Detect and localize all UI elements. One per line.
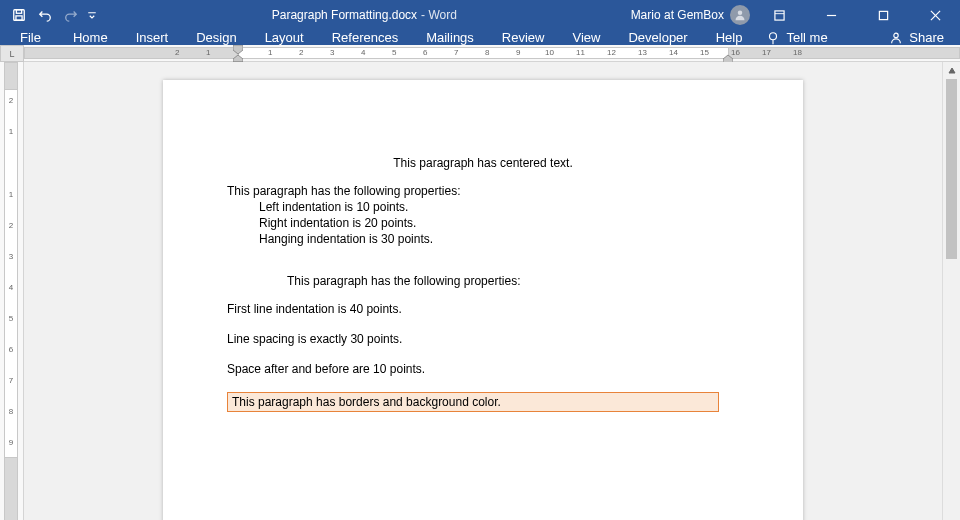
qat-dropdown-icon[interactable] bbox=[86, 4, 98, 26]
tab-mailings[interactable]: Mailings bbox=[412, 30, 488, 45]
undo-icon[interactable] bbox=[34, 4, 56, 26]
vertical-scrollbar[interactable] bbox=[942, 62, 960, 520]
paragraph-left-indent[interactable]: Left indentation is 10 points. bbox=[259, 200, 739, 214]
v-ruler-num: 4 bbox=[6, 283, 16, 292]
tab-design[interactable]: Design bbox=[182, 30, 250, 45]
tab-selector[interactable]: L bbox=[0, 45, 24, 62]
svg-point-3 bbox=[738, 11, 743, 16]
user-name[interactable]: Mario at GemBox bbox=[631, 8, 724, 22]
h-ruler-num: 12 bbox=[607, 48, 616, 57]
close-icon[interactable] bbox=[912, 0, 958, 30]
h-ruler-num: 6 bbox=[423, 48, 427, 57]
document-name: Paragraph Formatting.docx bbox=[272, 8, 417, 22]
tab-insert[interactable]: Insert bbox=[122, 30, 183, 45]
h-ruler-num: 14 bbox=[669, 48, 678, 57]
titlebar: Paragraph Formatting.docx - Word Mario a… bbox=[0, 0, 960, 30]
page-wrapper: This paragraph has centered text. This p… bbox=[24, 62, 942, 520]
paragraph-hanging-indent[interactable]: Hanging indentation is 30 points. bbox=[259, 232, 739, 246]
maximize-icon[interactable] bbox=[860, 0, 906, 30]
v-ruler-num: 8 bbox=[6, 407, 16, 416]
v-ruler-num: 9 bbox=[6, 438, 16, 447]
vertical-ruler[interactable]: 2 1 1 2 3 4 5 6 7 8 9 10 bbox=[0, 62, 24, 520]
titlebar-right: Mario at GemBox bbox=[631, 0, 960, 30]
h-ruler-num: 8 bbox=[485, 48, 489, 57]
h-ruler-num: 11 bbox=[576, 48, 585, 57]
tell-me-search[interactable]: Tell me bbox=[756, 30, 837, 45]
right-column: 2 1 1 2 3 4 5 6 7 8 9 10 11 12 13 14 15 … bbox=[24, 45, 960, 520]
v-ruler-num: 7 bbox=[6, 376, 16, 385]
v-ruler-num: 5 bbox=[6, 314, 16, 323]
h-ruler-num: 1 bbox=[268, 48, 272, 57]
v-ruler-num: 2 bbox=[6, 96, 16, 105]
tab-view[interactable]: View bbox=[558, 30, 614, 45]
tell-me-label: Tell me bbox=[786, 30, 827, 45]
document-viewport: This paragraph has centered text. This p… bbox=[24, 62, 960, 520]
svg-rect-2 bbox=[16, 16, 22, 20]
h-ruler-num: 2 bbox=[299, 48, 303, 57]
h-ruler-num: 18 bbox=[793, 48, 802, 57]
quick-access-toolbar bbox=[0, 4, 98, 26]
h-ruler-num: 5 bbox=[392, 48, 396, 57]
paragraph-right-indent[interactable]: Right indentation is 20 points. bbox=[259, 216, 739, 230]
v-ruler-num: 2 bbox=[6, 221, 16, 230]
tab-file[interactable]: File bbox=[0, 30, 59, 45]
app-name: - Word bbox=[421, 8, 457, 22]
v-scroll-track[interactable] bbox=[943, 79, 960, 520]
minimize-icon[interactable] bbox=[808, 0, 854, 30]
svg-point-9 bbox=[770, 32, 777, 39]
left-gutter: L 2 1 1 2 3 4 5 6 7 8 9 10 bbox=[0, 45, 24, 520]
tab-help[interactable]: Help bbox=[702, 30, 757, 45]
main-area: L 2 1 1 2 3 4 5 6 7 8 9 10 bbox=[0, 45, 960, 520]
window-title: Paragraph Formatting.docx - Word bbox=[98, 8, 631, 22]
save-icon[interactable] bbox=[8, 4, 30, 26]
svg-rect-4 bbox=[774, 10, 783, 19]
v-ruler-num: 3 bbox=[6, 252, 16, 261]
h-ruler-num: 3 bbox=[330, 48, 334, 57]
paragraph-props-heading-2[interactable]: This paragraph has the following propert… bbox=[287, 274, 739, 288]
tab-layout[interactable]: Layout bbox=[251, 30, 318, 45]
h-ruler-num: 10 bbox=[545, 48, 554, 57]
share-label: Share bbox=[909, 30, 944, 45]
svg-point-11 bbox=[894, 33, 898, 37]
tab-developer[interactable]: Developer bbox=[614, 30, 701, 45]
h-ruler-num: 7 bbox=[454, 48, 458, 57]
ribbon-display-options-icon[interactable] bbox=[756, 0, 802, 30]
paragraph-space-before-after[interactable]: Space after and before are 10 points. bbox=[227, 362, 739, 376]
v-ruler-num: 1 bbox=[6, 190, 16, 199]
v-ruler-num: 6 bbox=[6, 345, 16, 354]
h-ruler-num: 1 bbox=[206, 48, 210, 57]
h-ruler-num: 4 bbox=[361, 48, 365, 57]
h-ruler-num: 2 bbox=[175, 48, 179, 57]
h-ruler-num: 17 bbox=[762, 48, 771, 57]
share-button[interactable]: Share bbox=[873, 30, 960, 45]
tab-review[interactable]: Review bbox=[488, 30, 559, 45]
paragraph-centered[interactable]: This paragraph has centered text. bbox=[227, 156, 739, 170]
avatar[interactable] bbox=[730, 5, 750, 25]
v-scroll-thumb[interactable] bbox=[946, 79, 957, 259]
redo-icon[interactable] bbox=[60, 4, 82, 26]
svg-marker-13 bbox=[233, 55, 243, 62]
page[interactable]: This paragraph has centered text. This p… bbox=[163, 80, 803, 520]
svg-rect-1 bbox=[16, 10, 21, 14]
h-ruler-num: 9 bbox=[516, 48, 520, 57]
paragraph-line-spacing[interactable]: Line spacing is exactly 30 points. bbox=[227, 332, 739, 346]
v-ruler-num: 1 bbox=[6, 127, 16, 136]
tab-home[interactable]: Home bbox=[59, 30, 122, 45]
horizontal-ruler[interactable]: 2 1 1 2 3 4 5 6 7 8 9 10 11 12 13 14 15 … bbox=[24, 45, 960, 62]
svg-marker-16 bbox=[949, 68, 955, 73]
paragraph-bordered[interactable]: This paragraph has borders and backgroun… bbox=[227, 392, 719, 412]
svg-rect-6 bbox=[879, 11, 887, 19]
tab-references[interactable]: References bbox=[318, 30, 412, 45]
scroll-up-icon[interactable] bbox=[943, 62, 960, 79]
ribbon-tabs: File Home Insert Design Layout Reference… bbox=[0, 30, 960, 45]
h-ruler-num: 13 bbox=[638, 48, 647, 57]
paragraph-first-line-indent[interactable]: First line indentation is 40 points. bbox=[227, 302, 739, 316]
paragraph-props-heading[interactable]: This paragraph has the following propert… bbox=[227, 184, 739, 198]
h-ruler-num: 15 bbox=[700, 48, 709, 57]
